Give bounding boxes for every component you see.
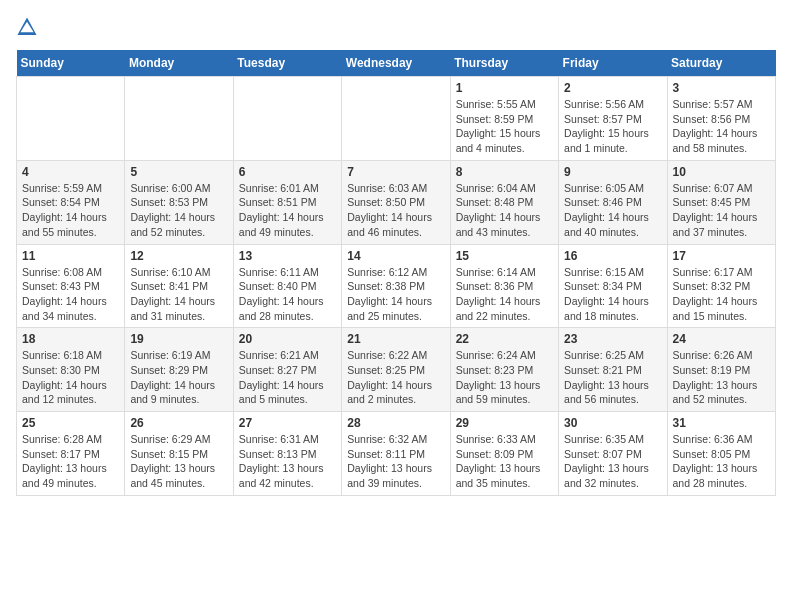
day-info: Sunrise: 6:28 AM Sunset: 8:17 PM Dayligh… xyxy=(22,432,119,491)
day-info: Sunrise: 6:01 AM Sunset: 8:51 PM Dayligh… xyxy=(239,181,336,240)
day-info: Sunrise: 6:36 AM Sunset: 8:05 PM Dayligh… xyxy=(673,432,770,491)
day-info: Sunrise: 6:08 AM Sunset: 8:43 PM Dayligh… xyxy=(22,265,119,324)
day-number: 23 xyxy=(564,332,661,346)
day-info: Sunrise: 5:56 AM Sunset: 8:57 PM Dayligh… xyxy=(564,97,661,156)
day-number: 11 xyxy=(22,249,119,263)
day-number: 25 xyxy=(22,416,119,430)
day-info: Sunrise: 6:31 AM Sunset: 8:13 PM Dayligh… xyxy=(239,432,336,491)
day-info: Sunrise: 6:00 AM Sunset: 8:53 PM Dayligh… xyxy=(130,181,227,240)
day-info: Sunrise: 6:07 AM Sunset: 8:45 PM Dayligh… xyxy=(673,181,770,240)
day-info: Sunrise: 6:17 AM Sunset: 8:32 PM Dayligh… xyxy=(673,265,770,324)
calendar-cell xyxy=(125,77,233,161)
calendar-cell: 10Sunrise: 6:07 AM Sunset: 8:45 PM Dayli… xyxy=(667,160,775,244)
day-number: 12 xyxy=(130,249,227,263)
weekday-header-monday: Monday xyxy=(125,50,233,77)
calendar-cell: 7Sunrise: 6:03 AM Sunset: 8:50 PM Daylig… xyxy=(342,160,450,244)
day-info: Sunrise: 6:24 AM Sunset: 8:23 PM Dayligh… xyxy=(456,348,553,407)
day-number: 1 xyxy=(456,81,553,95)
day-number: 27 xyxy=(239,416,336,430)
day-info: Sunrise: 6:14 AM Sunset: 8:36 PM Dayligh… xyxy=(456,265,553,324)
week-row-1: 1Sunrise: 5:55 AM Sunset: 8:59 PM Daylig… xyxy=(17,77,776,161)
calendar-cell: 30Sunrise: 6:35 AM Sunset: 8:07 PM Dayli… xyxy=(559,412,667,496)
day-info: Sunrise: 6:35 AM Sunset: 8:07 PM Dayligh… xyxy=(564,432,661,491)
day-number: 15 xyxy=(456,249,553,263)
calendar-cell: 3Sunrise: 5:57 AM Sunset: 8:56 PM Daylig… xyxy=(667,77,775,161)
day-number: 14 xyxy=(347,249,444,263)
day-number: 31 xyxy=(673,416,770,430)
day-number: 20 xyxy=(239,332,336,346)
calendar-cell: 14Sunrise: 6:12 AM Sunset: 8:38 PM Dayli… xyxy=(342,244,450,328)
calendar-cell: 6Sunrise: 6:01 AM Sunset: 8:51 PM Daylig… xyxy=(233,160,341,244)
day-number: 17 xyxy=(673,249,770,263)
calendar-cell: 31Sunrise: 6:36 AM Sunset: 8:05 PM Dayli… xyxy=(667,412,775,496)
calendar-cell: 27Sunrise: 6:31 AM Sunset: 8:13 PM Dayli… xyxy=(233,412,341,496)
weekday-header-thursday: Thursday xyxy=(450,50,558,77)
calendar-cell xyxy=(342,77,450,161)
calendar-cell: 5Sunrise: 6:00 AM Sunset: 8:53 PM Daylig… xyxy=(125,160,233,244)
calendar-cell: 25Sunrise: 6:28 AM Sunset: 8:17 PM Dayli… xyxy=(17,412,125,496)
calendar-cell: 12Sunrise: 6:10 AM Sunset: 8:41 PM Dayli… xyxy=(125,244,233,328)
calendar-cell: 29Sunrise: 6:33 AM Sunset: 8:09 PM Dayli… xyxy=(450,412,558,496)
day-number: 10 xyxy=(673,165,770,179)
day-info: Sunrise: 6:11 AM Sunset: 8:40 PM Dayligh… xyxy=(239,265,336,324)
calendar-cell xyxy=(233,77,341,161)
calendar-cell: 22Sunrise: 6:24 AM Sunset: 8:23 PM Dayli… xyxy=(450,328,558,412)
day-number: 4 xyxy=(22,165,119,179)
weekday-header-friday: Friday xyxy=(559,50,667,77)
day-number: 18 xyxy=(22,332,119,346)
day-number: 26 xyxy=(130,416,227,430)
day-number: 30 xyxy=(564,416,661,430)
calendar-cell: 18Sunrise: 6:18 AM Sunset: 8:30 PM Dayli… xyxy=(17,328,125,412)
header xyxy=(16,16,776,38)
calendar-cell: 26Sunrise: 6:29 AM Sunset: 8:15 PM Dayli… xyxy=(125,412,233,496)
day-info: Sunrise: 6:33 AM Sunset: 8:09 PM Dayligh… xyxy=(456,432,553,491)
day-info: Sunrise: 6:21 AM Sunset: 8:27 PM Dayligh… xyxy=(239,348,336,407)
day-number: 8 xyxy=(456,165,553,179)
day-info: Sunrise: 5:55 AM Sunset: 8:59 PM Dayligh… xyxy=(456,97,553,156)
day-info: Sunrise: 6:19 AM Sunset: 8:29 PM Dayligh… xyxy=(130,348,227,407)
day-info: Sunrise: 6:32 AM Sunset: 8:11 PM Dayligh… xyxy=(347,432,444,491)
day-number: 3 xyxy=(673,81,770,95)
week-row-2: 4Sunrise: 5:59 AM Sunset: 8:54 PM Daylig… xyxy=(17,160,776,244)
calendar-cell: 21Sunrise: 6:22 AM Sunset: 8:25 PM Dayli… xyxy=(342,328,450,412)
day-info: Sunrise: 5:57 AM Sunset: 8:56 PM Dayligh… xyxy=(673,97,770,156)
day-info: Sunrise: 6:22 AM Sunset: 8:25 PM Dayligh… xyxy=(347,348,444,407)
day-number: 13 xyxy=(239,249,336,263)
calendar-cell: 23Sunrise: 6:25 AM Sunset: 8:21 PM Dayli… xyxy=(559,328,667,412)
calendar-cell: 20Sunrise: 6:21 AM Sunset: 8:27 PM Dayli… xyxy=(233,328,341,412)
calendar-cell: 15Sunrise: 6:14 AM Sunset: 8:36 PM Dayli… xyxy=(450,244,558,328)
generalblue-logo-icon xyxy=(16,16,38,38)
weekday-header-sunday: Sunday xyxy=(17,50,125,77)
day-number: 29 xyxy=(456,416,553,430)
calendar-cell: 17Sunrise: 6:17 AM Sunset: 8:32 PM Dayli… xyxy=(667,244,775,328)
day-info: Sunrise: 6:25 AM Sunset: 8:21 PM Dayligh… xyxy=(564,348,661,407)
day-info: Sunrise: 6:29 AM Sunset: 8:15 PM Dayligh… xyxy=(130,432,227,491)
day-info: Sunrise: 5:59 AM Sunset: 8:54 PM Dayligh… xyxy=(22,181,119,240)
weekday-header-row: SundayMondayTuesdayWednesdayThursdayFrid… xyxy=(17,50,776,77)
week-row-5: 25Sunrise: 6:28 AM Sunset: 8:17 PM Dayli… xyxy=(17,412,776,496)
day-info: Sunrise: 6:12 AM Sunset: 8:38 PM Dayligh… xyxy=(347,265,444,324)
day-info: Sunrise: 6:03 AM Sunset: 8:50 PM Dayligh… xyxy=(347,181,444,240)
weekday-header-tuesday: Tuesday xyxy=(233,50,341,77)
calendar-cell: 16Sunrise: 6:15 AM Sunset: 8:34 PM Dayli… xyxy=(559,244,667,328)
calendar-cell: 19Sunrise: 6:19 AM Sunset: 8:29 PM Dayli… xyxy=(125,328,233,412)
weekday-header-wednesday: Wednesday xyxy=(342,50,450,77)
day-info: Sunrise: 6:10 AM Sunset: 8:41 PM Dayligh… xyxy=(130,265,227,324)
week-row-4: 18Sunrise: 6:18 AM Sunset: 8:30 PM Dayli… xyxy=(17,328,776,412)
day-number: 19 xyxy=(130,332,227,346)
day-number: 5 xyxy=(130,165,227,179)
day-number: 22 xyxy=(456,332,553,346)
calendar-cell: 13Sunrise: 6:11 AM Sunset: 8:40 PM Dayli… xyxy=(233,244,341,328)
calendar-cell: 4Sunrise: 5:59 AM Sunset: 8:54 PM Daylig… xyxy=(17,160,125,244)
logo xyxy=(16,16,42,38)
calendar-cell: 11Sunrise: 6:08 AM Sunset: 8:43 PM Dayli… xyxy=(17,244,125,328)
calendar-table: SundayMondayTuesdayWednesdayThursdayFrid… xyxy=(16,50,776,496)
calendar-cell: 9Sunrise: 6:05 AM Sunset: 8:46 PM Daylig… xyxy=(559,160,667,244)
calendar-cell: 2Sunrise: 5:56 AM Sunset: 8:57 PM Daylig… xyxy=(559,77,667,161)
day-number: 2 xyxy=(564,81,661,95)
day-number: 6 xyxy=(239,165,336,179)
day-number: 24 xyxy=(673,332,770,346)
day-number: 7 xyxy=(347,165,444,179)
week-row-3: 11Sunrise: 6:08 AM Sunset: 8:43 PM Dayli… xyxy=(17,244,776,328)
calendar-cell: 28Sunrise: 6:32 AM Sunset: 8:11 PM Dayli… xyxy=(342,412,450,496)
